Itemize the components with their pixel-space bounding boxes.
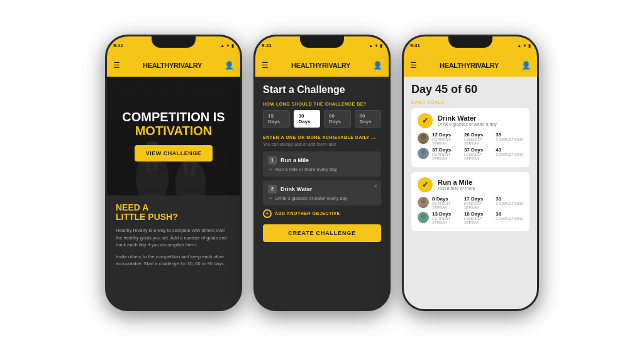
hamburger-icon-1[interactable]: ☰: [113, 61, 120, 70]
stat-group-2-1-3: 31 COMPLETIONS: [496, 196, 523, 209]
day-15[interactable]: 15 Days: [263, 110, 290, 128]
svg-point-1: [175, 160, 206, 195]
participant-row-2-1: 8 Days CURRENT STREAK 17 Days LONGEST ST…: [418, 196, 523, 209]
hero-section: COMPETITION IS MOTIVATION VIEW CHALLENGE: [107, 77, 240, 195]
goal-info-2: Run a Mile Run a mile or more: [438, 178, 475, 190]
phone2-content: Start a Challenge HOW LONG SHOULD THE CH…: [255, 77, 389, 309]
stat-group-2-2-1: 13 Days CURRENT STREAK: [432, 211, 458, 224]
stat-group-2-2-3: 38 COMPLETIONS: [496, 211, 523, 224]
stat-val-2-1-2: 17 Days: [464, 196, 489, 202]
add-objective-button[interactable]: + ADD ANOTHER OBJECTIVE: [263, 209, 381, 218]
phone-notch-1: [152, 36, 196, 48]
user-icon-3[interactable]: 👤: [521, 61, 531, 70]
phone3-screen-wrapper: Day 45 of 60 DAILY GOALS ✓ Drink Water D…: [404, 77, 537, 309]
svg-point-15: [419, 219, 427, 223]
stat-lbl-1-2-1: CURRENT STREAK: [432, 153, 458, 160]
stat-group-2-2-2: 18 Days LONGEST STREAK: [464, 211, 489, 224]
status-icons-3: ▲ ▼ ▮: [517, 43, 531, 48]
need-push-line1: NEED A: [116, 202, 148, 212]
stat-val-2-2-3: 38: [496, 211, 523, 217]
stat-val-1-2-1: 37 Days: [432, 147, 458, 153]
stat-lbl-2-2-2: LONGEST STREAK: [464, 217, 489, 224]
obj-number-2: 2: [268, 185, 277, 194]
obj-close-2[interactable]: ×: [374, 183, 377, 190]
participant-stats-1-2: 37 Days CURRENT STREAK 37 Days LONGEST S…: [432, 147, 523, 160]
stat-group-1-1-2: 26 Days LONGEST STREAK: [464, 132, 489, 145]
push-desc-1: Healthy Rivalry is a way to compete with…: [116, 227, 231, 248]
stat-group-1-1-3: 39 COMPLETIONS: [496, 132, 523, 145]
objectives-sub: You can always add or edit them later: [263, 142, 381, 146]
obj-name-1: Run a Mile: [280, 157, 309, 163]
push-desc-2: Invite others to the competition and kee…: [116, 253, 231, 268]
app-header-3: ☰ HEALTHYRIVALRY 👤: [404, 54, 537, 77]
stat-lbl-2-2-1: CURRENT STREAK: [432, 217, 458, 224]
goal-participants-2: 8 Days CURRENT STREAK 17 Days LONGEST ST…: [411, 196, 530, 231]
user-icon-2[interactable]: 👤: [373, 61, 382, 70]
participant-row-1-2: 37 Days CURRENT STREAK 37 Days LONGEST S…: [418, 147, 523, 160]
hero-title-line1: COMPETITION IS: [122, 110, 225, 124]
svg-point-13: [419, 204, 427, 208]
app-header-2: ☰ HEALTHYRIVALRY 👤: [255, 54, 389, 77]
avatar-2-2: [418, 212, 429, 223]
status-time-3: 9:41: [410, 43, 420, 48]
duration-label: HOW LONG SHOULD THE CHALLENGE BE?: [263, 102, 381, 106]
user-icon-1[interactable]: 👤: [225, 61, 234, 70]
status-icons-1: ▲ ▼ ▮: [220, 43, 234, 48]
status-icons-2: ▲ ▼ ▮: [369, 43, 382, 48]
stat-group-1-1-1: 12 Days CURRENT STREAK: [432, 132, 458, 145]
need-push-title: NEED A LITTLE PUSH?: [116, 203, 231, 222]
view-challenge-button[interactable]: VIEW CHALLENGE: [135, 145, 213, 162]
phone-notch-3: [448, 36, 492, 48]
svg-point-8: [421, 134, 426, 140]
goal-card-run-mile: ✓ Run a Mile Run a mile or more: [411, 172, 530, 231]
phone1-lower: NEED A LITTLE PUSH? Healthy Rivalry is a…: [107, 195, 240, 309]
logo-rivalry-1: RIVALRY: [174, 62, 202, 69]
objective-2: × 2 Drink Water ≡ Drink 3 glasses of wat…: [263, 180, 381, 205]
goal-card-drink-water: ✓ Drink Water Drink 8 glasses of water a…: [411, 108, 530, 167]
stat-lbl-2-1-2: LONGEST STREAK: [464, 202, 489, 209]
stat-val-2-1-1: 8 Days: [432, 196, 458, 202]
obj-name-2: Drink Water: [280, 186, 312, 192]
participant-row-2-2: 13 Days CURRENT STREAK 18 Days LONGEST S…: [418, 211, 523, 224]
goal-check-1[interactable]: ✓: [418, 113, 433, 128]
objective-1: 1 Run a Mile ≡ Run a mile or more every …: [263, 151, 381, 177]
goal-name-2: Run a Mile: [438, 178, 475, 186]
challenge-screen-title: Start a Challenge: [263, 84, 381, 96]
obj-lines-icon-2: ≡: [269, 195, 272, 201]
days-row: 15 Days 30 Days 60 Days 90 Days: [263, 110, 381, 128]
objectives-label: ENTER A ONE OR MORE ACHIEVABLE DAILY ...: [263, 135, 381, 140]
daily-goals-label: DAILY GOALS: [411, 100, 530, 104]
goal-info-1: Drink Water Drink 8 glasses of water a d…: [438, 114, 497, 126]
add-icon: +: [263, 209, 272, 218]
phone-1: 9:41 ▲ ▼ ▮ ☰ HEALTHYRIVALRY 👤: [105, 35, 242, 311]
phone-2: 9:41 ▲ ▼ ▮ ☰ HEALTHYRIVALRY 👤 Start a Ch…: [253, 35, 391, 311]
day-30[interactable]: 30 Days: [294, 110, 321, 128]
day-60[interactable]: 60 Days: [324, 110, 351, 128]
status-time-2: 9:41: [262, 43, 272, 48]
phones-container: 9:41 ▲ ▼ ▮ ☰ HEALTHYRIVALRY 👤: [92, 22, 552, 324]
hamburger-icon-2[interactable]: ☰: [262, 61, 269, 70]
stat-lbl-1-1-1: CURRENT STREAK: [432, 138, 458, 145]
goal-header-1: ✓ Drink Water Drink 8 glasses of water a…: [411, 108, 530, 132]
stat-group-1-2-1: 37 Days CURRENT STREAK: [432, 147, 458, 160]
svg-point-10: [421, 150, 426, 155]
create-challenge-button[interactable]: CREATE CHALLENGE: [263, 224, 381, 242]
hero-content: COMPETITION IS MOTIVATION VIEW CHALLENGE: [122, 110, 225, 162]
stat-group-1-2-2: 37 Days LONGEST STREAK: [464, 147, 489, 160]
goal-check-2[interactable]: ✓: [418, 177, 433, 192]
participant-stats-2-1: 8 Days CURRENT STREAK 17 Days LONGEST ST…: [432, 196, 523, 209]
stat-lbl-1-2-3: COMPLETIONS: [496, 153, 523, 156]
avatar-1-2: [418, 148, 429, 159]
stat-lbl-1-1-3: COMPLETIONS: [496, 138, 523, 141]
hero-title-line2: MOTIVATION: [135, 124, 213, 138]
stat-group-1-2-3: 43 COMPLETIONS: [496, 147, 523, 160]
app-logo-1: HEALTHYRIVALRY: [143, 62, 202, 69]
goal-desc-2: Run a mile or more: [438, 186, 475, 190]
phone-3: 9:41 ▲ ▼ ▮ ☰ HEALTHYRIVALRY 👤 Day 45 of …: [402, 35, 539, 311]
avatar-1-1: [418, 133, 429, 144]
hamburger-icon-3[interactable]: ☰: [410, 61, 417, 70]
day-90[interactable]: 90 Days: [355, 110, 382, 128]
obj-desc-1: Run a mile or more every day: [275, 167, 337, 172]
goal-header-2: ✓ Run a Mile Run a mile or more: [411, 172, 530, 196]
stat-lbl-2-1-3: COMPLETIONS: [496, 202, 523, 205]
